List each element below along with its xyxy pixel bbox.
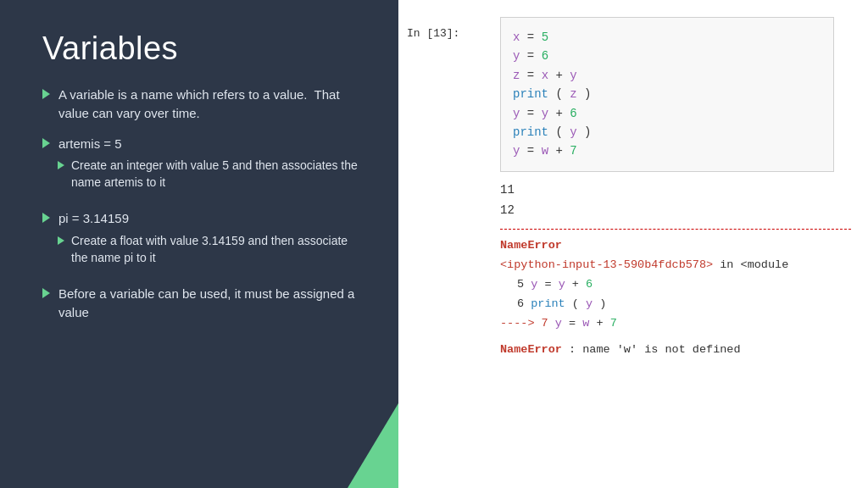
list-item-4: Before a variable can be used, it must b…: [42, 285, 364, 322]
sub-list-3: Create a float with value 3.14159 and th…: [58, 233, 364, 273]
error-location: <ipython-input-13-590b4fdcb578> in <modu…: [500, 256, 851, 275]
right-panel: In [13]: x = 5 y = 6 z = x + y print: [398, 0, 868, 488]
output-line-1: 11: [500, 180, 851, 201]
code-line-5: y = y + 6: [513, 104, 821, 123]
list-item-1: A variable is a name which refers to a v…: [42, 86, 364, 123]
list-item-2: artemis = 5 Create an integer with value…: [42, 135, 364, 198]
output-area: 11 12: [500, 180, 851, 221]
bullet-text-3: pi = 3.14159: [58, 209, 129, 228]
sub-arrow-2-1: [58, 161, 64, 169]
sub-text-3-1: Create a float with value 3.14159 and th…: [71, 233, 364, 266]
sub-list-2: Create an integer with value 5 and then …: [58, 158, 364, 197]
error-message: NameError : name 'w' is not defined: [500, 341, 851, 360]
code-line-4: print ( z ): [513, 85, 821, 103]
sub-text-2-1: Create an integer with value 5 and then …: [71, 158, 364, 191]
output-line-2: 12: [500, 201, 851, 221]
bullet-arrow-4: [42, 288, 50, 298]
code-line-2: y = 6: [513, 47, 821, 65]
bullet-text-2: artemis = 5: [58, 135, 122, 153]
error-context-line6: 6 print ( y ): [500, 295, 851, 314]
code-line-1: x = 5: [513, 28, 821, 47]
left-panel: Variables A variable is a name which ref…: [0, 0, 398, 488]
sub-item-2-1: Create an integer with value 5 and then …: [58, 158, 364, 191]
error-context-line5: 5 y = y + 6: [500, 275, 851, 295]
list-item-3: pi = 3.14159 Create a float with value 3…: [42, 209, 364, 273]
cell-label: In [13]:: [407, 27, 459, 40]
sub-item-3-1: Create a float with value 3.14159 and th…: [58, 233, 364, 266]
bullet-text-4: Before a variable can be used, it must b…: [58, 285, 364, 322]
error-arrow-line: ----> 7 y = w + 7: [500, 314, 851, 334]
code-cell: x = 5 y = 6 z = x + y print ( z ): [500, 17, 834, 172]
error-area: NameError <ipython-input-13-590b4fdcb578…: [500, 236, 851, 360]
slide-title: Variables: [42, 30, 364, 67]
error-name: NameError: [500, 236, 851, 256]
bullet-arrow-3: [42, 213, 50, 223]
code-cell-wrapper: In [13]: x = 5 y = 6 z = x + y print: [483, 17, 851, 172]
corner-decoration: [348, 403, 398, 488]
bullet-arrow-1: [42, 89, 50, 99]
sub-arrow-3-1: [58, 236, 64, 245]
code-line-3: z = x + y: [513, 66, 821, 85]
error-divider: [500, 229, 851, 230]
bullet-list: A variable is a name which refers to a v…: [42, 86, 364, 322]
code-line-6: print ( y ): [513, 123, 821, 141]
code-line-7: y = w + 7: [513, 141, 821, 160]
bullet-text-1: A variable is a name which refers to a v…: [58, 86, 364, 123]
bullet-arrow-2: [42, 138, 50, 148]
